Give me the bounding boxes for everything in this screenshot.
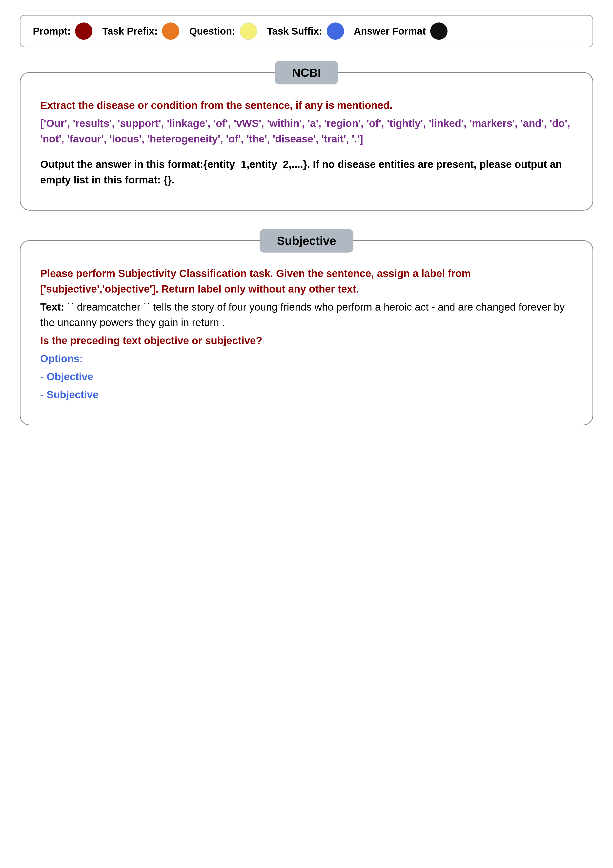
subjective-option-subjective: - Subjective (40, 387, 573, 402)
ncbi-task-prefix: Extract the disease or condition from th… (40, 98, 573, 113)
legend-bar: Prompt: Task Prefix: Question: Task Suff… (20, 15, 593, 47)
prompt-icon (75, 22, 92, 40)
task-suffix-icon (327, 22, 344, 40)
question-icon (240, 22, 257, 40)
ncbi-section: NCBI Extract the disease or condition fr… (20, 72, 593, 211)
ncbi-title-box: NCBI (275, 61, 338, 84)
legend-label-task-suffix: Task Suffix: (267, 26, 322, 37)
legend-item-task-suffix: Task Suffix: (267, 22, 344, 40)
legend-item-question: Question: (189, 22, 257, 40)
subjective-question-label: Text: (40, 301, 67, 313)
subjective-title: Subjective (277, 234, 336, 247)
task-prefix-icon (162, 22, 179, 40)
ncbi-task-prefix-text: Extract the disease or condition from th… (40, 99, 393, 111)
ncbi-title: NCBI (292, 66, 321, 79)
ncbi-answer-format: Output the answer in this format:{entity… (40, 157, 573, 188)
subjective-option-subjective-text: - Subjective (40, 389, 99, 400)
ncbi-answer-format-text: Output the answer in this format:{entity… (40, 158, 562, 186)
legend-label-prompt: Prompt: (33, 26, 71, 37)
subjective-section: Subjective Please perform Subjectivity C… (20, 240, 593, 425)
subjective-task-suffix-text: Is the preceding text objective or subje… (40, 335, 262, 346)
subjective-task-suffix: Is the preceding text objective or subje… (40, 333, 573, 348)
legend-label-answer-format: Answer Format (354, 26, 426, 37)
subjective-content: Please perform Subjectivity Classificati… (20, 240, 593, 425)
answer-format-icon (430, 22, 447, 40)
legend-item-prompt: Prompt: (33, 22, 92, 40)
ncbi-content: Extract the disease or condition from th… (20, 72, 593, 211)
legend-label-task-prefix: Task Prefix: (102, 26, 158, 37)
subjective-options-label-text: Options: (40, 353, 83, 364)
subjective-options-label: Options: (40, 351, 573, 366)
legend-label-question: Question: (189, 26, 235, 37)
subjective-question-text: Text: `` dreamcatcher `` tells the story… (40, 299, 573, 330)
subjective-question-body: `` dreamcatcher `` tells the story of fo… (40, 301, 565, 329)
subjective-option-objective-text: - Objective (40, 371, 93, 383)
ncbi-question-text: ['Our', 'results', 'support', 'linkage',… (40, 118, 570, 145)
subjective-task-prefix-text: Please perform Subjectivity Classificati… (40, 268, 471, 295)
legend-item-task-prefix: Task Prefix: (102, 22, 179, 40)
ncbi-question: ['Our', 'results', 'support', 'linkage',… (40, 116, 573, 147)
legend-item-answer-format: Answer Format (354, 22, 447, 40)
subjective-title-box: Subjective (259, 229, 354, 253)
subjective-task-prefix: Please perform Subjectivity Classificati… (40, 266, 573, 297)
subjective-option-objective: - Objective (40, 369, 573, 384)
